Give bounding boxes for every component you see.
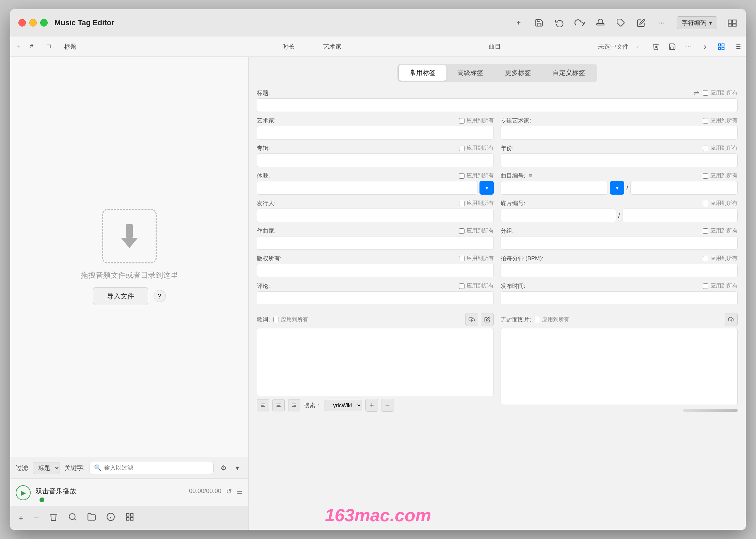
album-apply-check[interactable]: 应用到所有 bbox=[459, 145, 494, 152]
col-checkbox[interactable]: □ bbox=[44, 43, 61, 50]
file-bar-next[interactable]: › bbox=[699, 41, 710, 52]
svg-rect-16 bbox=[126, 224, 133, 238]
close-button[interactable] bbox=[18, 19, 26, 27]
align-center-btn[interactable] bbox=[272, 399, 285, 411]
encoding-dropdown[interactable]: 字符编码 ▾ bbox=[677, 16, 717, 29]
comment-apply-check[interactable]: 应用到所有 bbox=[459, 282, 494, 290]
tag-icon[interactable] bbox=[615, 17, 626, 28]
svg-rect-24 bbox=[131, 513, 133, 516]
composer-input[interactable] bbox=[257, 236, 494, 250]
filter-select[interactable]: 标题 bbox=[33, 462, 60, 474]
album-artist-input[interactable] bbox=[501, 126, 738, 140]
publisher-input[interactable] bbox=[257, 209, 494, 222]
layout-toggle[interactable] bbox=[727, 17, 738, 28]
grouping-apply-check[interactable]: 应用到所有 bbox=[703, 227, 738, 234]
maximize-button[interactable] bbox=[40, 19, 48, 27]
cover-size-slider[interactable] bbox=[683, 409, 738, 412]
file-bar-more[interactable]: ··· bbox=[683, 41, 694, 52]
year-input[interactable] bbox=[501, 153, 738, 167]
stamp-icon[interactable] bbox=[595, 17, 606, 28]
search-input[interactable] bbox=[104, 464, 209, 471]
composer-apply-check[interactable]: 应用到所有 bbox=[459, 227, 494, 234]
title-input[interactable] bbox=[257, 98, 738, 112]
track-dropdown-btn[interactable]: ▾ bbox=[610, 181, 624, 195]
file-bar-delete[interactable] bbox=[650, 41, 661, 52]
lyrics-box[interactable] bbox=[257, 328, 494, 396]
genre-dropdown-btn[interactable]: ▾ bbox=[479, 181, 494, 195]
copyright-input[interactable] bbox=[257, 264, 494, 277]
copyright-apply-check[interactable]: 应用到所有 bbox=[459, 255, 494, 262]
disc-total-input[interactable] bbox=[622, 209, 738, 222]
title-apply-checkbox[interactable] bbox=[703, 90, 708, 96]
tab-custom[interactable]: 自定义标签 bbox=[542, 65, 596, 81]
title-apply-check[interactable]: 应用到所有 bbox=[703, 89, 738, 97]
genre-input[interactable] bbox=[257, 181, 477, 195]
album-input[interactable] bbox=[257, 153, 494, 167]
file-bar-back[interactable]: ← bbox=[634, 41, 645, 52]
lyrics-edit-btn[interactable] bbox=[481, 313, 494, 326]
help-button[interactable]: ? bbox=[154, 290, 166, 302]
minimize-button[interactable] bbox=[29, 19, 37, 27]
edit-icon[interactable] bbox=[636, 17, 647, 28]
release-time-apply-check[interactable]: 应用到所有 bbox=[703, 282, 738, 290]
bpm-apply-check[interactable]: 应用到所有 bbox=[703, 255, 738, 262]
cover-box[interactable] bbox=[501, 328, 738, 405]
search-track-button[interactable] bbox=[68, 512, 77, 524]
album-artist-apply-check[interactable]: 应用到所有 bbox=[703, 117, 738, 124]
lyrics-search-select[interactable]: LyricWiki bbox=[325, 400, 362, 411]
bpm-input[interactable] bbox=[501, 264, 738, 277]
file-bar-list[interactable] bbox=[732, 41, 743, 52]
loop-icon[interactable]: ↺ bbox=[226, 487, 232, 495]
year-apply-check[interactable]: 应用到所有 bbox=[703, 145, 738, 152]
delete-track-button[interactable] bbox=[49, 512, 58, 524]
track-total-input[interactable] bbox=[630, 181, 738, 195]
add-icon[interactable]: + bbox=[513, 17, 524, 28]
lyrics-apply-check[interactable]: 应用到所有 bbox=[273, 316, 308, 323]
track-num-input[interactable] bbox=[501, 181, 608, 195]
filter-options-icon[interactable]: ⚙ bbox=[218, 462, 229, 473]
comment-input[interactable] bbox=[257, 291, 494, 305]
artist-apply-check[interactable]: 应用到所有 bbox=[459, 117, 494, 124]
play-button[interactable]: ▶ bbox=[16, 485, 31, 500]
lyrics-upload-btn[interactable] bbox=[465, 313, 478, 326]
tab-common[interactable]: 常用标签 bbox=[399, 65, 446, 81]
align-right-btn[interactable] bbox=[288, 399, 300, 411]
lyrics-search-label: 搜索： bbox=[304, 402, 321, 409]
cover-apply-check[interactable]: 应用到所有 bbox=[535, 316, 569, 323]
main-content: 拖拽音频文件或者目录到这里 导入文件 ? 过滤 标题 关键字: 🔍 ⚙ bbox=[10, 57, 746, 530]
more-icon[interactable]: ··· bbox=[656, 17, 667, 28]
cover-upload-btn[interactable] bbox=[725, 313, 738, 326]
track-num-apply-check[interactable]: 应用到所有 bbox=[703, 172, 738, 179]
file-bar-grid[interactable] bbox=[716, 41, 727, 52]
info-button[interactable] bbox=[106, 512, 115, 524]
folder-button[interactable] bbox=[87, 512, 96, 524]
track-list-icon[interactable]: ≡ bbox=[529, 172, 533, 179]
tab-advanced[interactable]: 高级标签 bbox=[446, 65, 494, 81]
lyrics-remove-btn[interactable]: − bbox=[381, 399, 394, 412]
import-button[interactable]: 导入文件 bbox=[93, 287, 148, 305]
genre-apply-check[interactable]: 应用到所有 bbox=[459, 172, 494, 179]
col-add[interactable]: + bbox=[13, 43, 27, 50]
grouping-input[interactable] bbox=[501, 236, 738, 250]
file-bar-save[interactable] bbox=[667, 41, 678, 52]
disc-num-input[interactable] bbox=[501, 209, 616, 222]
grid-view-button[interactable] bbox=[125, 512, 134, 524]
lyrics-add-btn[interactable]: + bbox=[365, 399, 378, 412]
artist-input[interactable] bbox=[257, 126, 494, 140]
toolbar: + ▾ ··· 字符编码 ▾ bbox=[513, 16, 738, 29]
release-time-input[interactable] bbox=[501, 291, 738, 305]
undo-icon[interactable] bbox=[554, 17, 565, 28]
add-track-button[interactable]: + bbox=[18, 513, 23, 523]
tab-more[interactable]: 更多标签 bbox=[494, 65, 542, 81]
disc-num-apply-check[interactable]: 应用到所有 bbox=[703, 200, 738, 207]
drop-area[interactable]: 拖拽音频文件或者目录到这里 导入文件 ? bbox=[10, 57, 248, 457]
playlist-icon[interactable]: ☰ bbox=[237, 487, 243, 495]
remove-track-button[interactable]: − bbox=[34, 513, 39, 523]
publisher-apply-check[interactable]: 应用到所有 bbox=[459, 200, 494, 207]
filter-expand-icon[interactable]: ▾ bbox=[232, 462, 243, 473]
cloud-icon[interactable]: ▾ bbox=[574, 17, 585, 28]
save-icon[interactable] bbox=[534, 17, 545, 28]
align-left-btn[interactable] bbox=[257, 399, 269, 411]
filter-label: 过滤 bbox=[16, 464, 28, 472]
title-swap-icon[interactable]: ⇌ bbox=[694, 89, 699, 97]
